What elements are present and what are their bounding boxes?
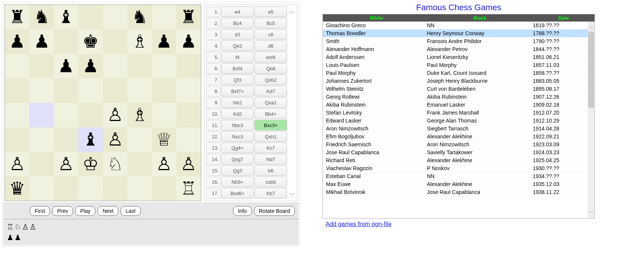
square-h2[interactable]: ♙: [176, 152, 201, 177]
move-white[interactable]: Ne2: [221, 97, 254, 108]
chevron-down-icon[interactable]: ﹀: [588, 209, 594, 217]
square-b8[interactable]: ♞: [29, 5, 54, 29]
game-row[interactable]: Johannes ZukertortJoseph Henry Blackburn…: [323, 77, 594, 85]
move-black[interactable]: Kb7: [254, 188, 287, 198]
move-black[interactable]: exf4: [254, 52, 287, 62]
square-d4[interactable]: [78, 103, 103, 127]
square-f7[interactable]: ♗: [127, 29, 152, 54]
square-g4[interactable]: [152, 103, 177, 127]
game-row[interactable]: Efim BogoljubovAlexander Alekhine1922.09…: [323, 133, 594, 141]
game-row[interactable]: Aron NimzowitschSiegbert Tarrasch1914.04…: [323, 125, 594, 133]
game-row[interactable]: Thomas BowdlerHenry Seymour Conway1788.?…: [323, 29, 594, 37]
square-f3[interactable]: [127, 127, 152, 152]
move-black[interactable]: e5: [254, 6, 287, 17]
square-g3[interactable]: ♕: [152, 127, 177, 152]
square-h7[interactable]: ♟: [176, 29, 201, 54]
square-e6[interactable]: [103, 54, 127, 79]
move-white[interactable]: Kd2: [221, 109, 254, 119]
move-black[interactable]: cxb5: [254, 177, 287, 187]
first-button[interactable]: First: [30, 206, 50, 216]
move-black[interactable]: Qxa1: [254, 97, 287, 108]
move-black[interactable]: Qxh1: [254, 131, 287, 142]
play-button[interactable]: Play: [75, 206, 95, 216]
square-b3[interactable]: [29, 127, 54, 152]
square-d3[interactable]: ♝: [78, 127, 103, 152]
square-a5[interactable]: [5, 78, 29, 103]
square-a1[interactable]: ♛: [5, 176, 29, 201]
move-black[interactable]: Qxb2: [254, 74, 287, 85]
square-g2[interactable]: ♙: [152, 152, 177, 177]
move-black[interactable]: Bc5: [254, 18, 287, 28]
games-scrollbar[interactable]: ︿ ﹀: [588, 22, 594, 218]
game-row[interactable]: Alexander HoffmannAlexander Petrov1844.?…: [323, 45, 594, 53]
move-black[interactable]: Kc7: [254, 143, 287, 153]
square-e7[interactable]: [103, 29, 127, 54]
move-white[interactable]: Qg4+: [221, 143, 254, 153]
move-white[interactable]: e4: [221, 6, 254, 17]
move-white[interactable]: Bxf4: [221, 63, 254, 74]
game-row[interactable]: Gioachino GrecoNN1619.??.??: [323, 22, 594, 29]
square-g1[interactable]: [152, 176, 177, 201]
move-black[interactable]: c6: [254, 29, 287, 40]
move-black[interactable]: Bb4+: [254, 109, 287, 119]
game-row[interactable]: Georg RotlewiAkiba Rubinstein1907.12.26: [323, 93, 594, 101]
square-b7[interactable]: ♟: [29, 29, 54, 54]
square-d7[interactable]: ♚: [78, 29, 103, 54]
square-h4[interactable]: [176, 103, 201, 127]
square-e4[interactable]: ♙: [103, 103, 127, 127]
square-f8[interactable]: ♞: [127, 5, 152, 29]
game-row[interactable]: Paul MorphyDuke Karl, Count Isouard1858.…: [323, 69, 594, 77]
square-c6[interactable]: ♟: [54, 54, 79, 79]
game-row[interactable]: Max EuweAlexander Alekhine1935.12.03: [323, 180, 594, 188]
moves-scrollbar[interactable]: ︿ ﹀: [289, 6, 295, 199]
game-row[interactable]: Edward LaskerGeorge Alan Thomas1912.10.2…: [323, 117, 594, 125]
square-h8[interactable]: ♜: [176, 5, 201, 29]
square-e5[interactable]: [103, 78, 127, 103]
square-c8[interactable]: ♝: [54, 5, 79, 29]
square-a2[interactable]: ♙: [5, 152, 29, 177]
game-row[interactable]: Louis PaulsenPaul Morphy1857.11.03: [323, 61, 594, 69]
last-button[interactable]: Last: [121, 206, 140, 216]
square-a4[interactable]: [5, 103, 29, 127]
square-d1[interactable]: [78, 176, 103, 201]
prev-button[interactable]: Prev: [52, 206, 73, 216]
move-black[interactable]: Bxc3+: [254, 120, 287, 130]
chessboard[interactable]: ♜♞♝♞♜♟♟♚♗♟♟♟♟♙♗♝♙♕♙♙♔♘♙♙♛♖: [5, 5, 201, 201]
square-f5[interactable]: [127, 78, 152, 103]
square-h3[interactable]: [176, 127, 201, 152]
square-f1[interactable]: [127, 176, 152, 201]
move-black[interactable]: d6: [254, 40, 287, 51]
square-e8[interactable]: [103, 5, 127, 29]
square-c3[interactable]: [54, 127, 79, 152]
chevron-down-icon[interactable]: ﹀: [289, 190, 295, 199]
square-h6[interactable]: [176, 54, 201, 79]
move-white[interactable]: Nb5+: [221, 177, 254, 187]
move-white[interactable]: Qxg7: [221, 154, 254, 164]
square-b1[interactable]: [29, 176, 54, 201]
square-e3[interactable]: ♙: [103, 127, 127, 152]
rotate-board-button[interactable]: Rotate Board: [254, 206, 295, 216]
square-d8[interactable]: [78, 5, 103, 29]
game-row[interactable]: SmithFransois Andre Philidor1790.??.??: [323, 37, 594, 45]
square-e2[interactable]: ♘: [103, 152, 127, 177]
square-b2[interactable]: [29, 152, 54, 177]
square-c5[interactable]: [54, 78, 79, 103]
square-b5[interactable]: [29, 78, 54, 103]
game-row[interactable]: Viacheslav RagozinP Noskov1930.??.??: [323, 164, 594, 172]
square-d5[interactable]: [78, 78, 103, 103]
add-games-link[interactable]: Add games from pgn-file: [326, 221, 391, 228]
move-white[interactable]: Bxd6+: [221, 188, 254, 198]
square-b6[interactable]: [29, 54, 54, 79]
square-a6[interactable]: [5, 54, 29, 79]
square-c4[interactable]: [54, 103, 79, 127]
square-h5[interactable]: [176, 78, 201, 103]
move-black[interactable]: Qb6: [254, 63, 287, 74]
square-a8[interactable]: ♜: [5, 5, 29, 29]
square-b4[interactable]: [29, 103, 54, 127]
move-white[interactable]: Bc4: [221, 18, 254, 28]
move-white[interactable]: Qf3: [221, 74, 254, 85]
square-d2[interactable]: ♔: [78, 152, 103, 177]
game-row[interactable]: Friedrich SaemischAron Nimzowitsch1923.0…: [323, 141, 594, 149]
square-c2[interactable]: ♙: [54, 152, 79, 177]
square-a3[interactable]: [5, 127, 29, 152]
